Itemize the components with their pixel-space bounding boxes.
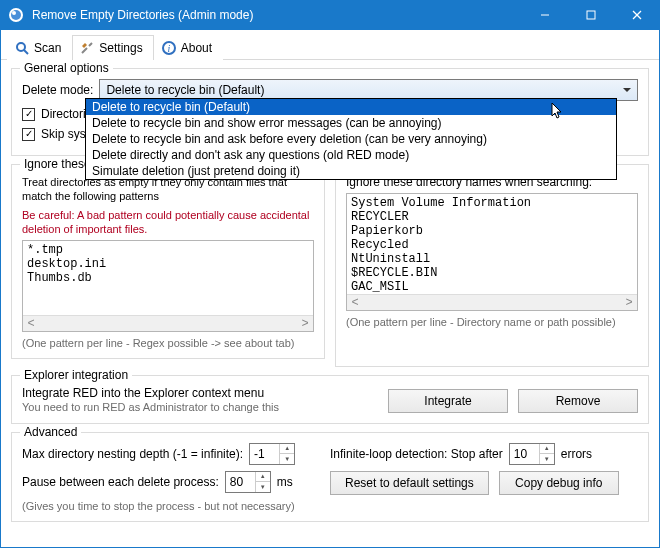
pause-spinner[interactable]: 80▲▼ xyxy=(225,471,271,493)
spin-up-icon[interactable]: ▲ xyxy=(279,444,294,454)
copy-debug-button[interactable]: Copy debug info xyxy=(499,471,619,495)
loop-unit: errors xyxy=(561,447,592,461)
scrollbar[interactable]: < > xyxy=(347,294,637,310)
group-ignore-files: Ignore these files Treat directories as … xyxy=(11,164,325,359)
ignore-files-warn: Be careful: A bad pattern could potentia… xyxy=(22,208,314,237)
depth-label: Max directory nesting depth (-1 = infini… xyxy=(22,447,243,461)
delete-mode-option[interactable]: Delete to recycle bin (Default) xyxy=(86,99,616,115)
tab-settings[interactable]: Settings xyxy=(72,35,153,60)
group-advanced: Advanced Max directory nesting depth (-1… xyxy=(11,432,649,522)
delete-mode-value: Delete to recycle bin (Default) xyxy=(106,83,264,97)
svg-point-7 xyxy=(17,43,25,51)
svg-rect-4 xyxy=(587,11,595,19)
svg-point-1 xyxy=(11,10,21,20)
group-advanced-legend: Advanced xyxy=(20,425,81,439)
ignore-files-footer: (One pattern per line - Regex possible -… xyxy=(22,336,314,350)
info-icon: i xyxy=(161,40,177,56)
app-icon xyxy=(8,7,24,23)
depth-spinner[interactable]: -1▲▼ xyxy=(249,443,295,465)
integrate-button[interactable]: Integrate xyxy=(388,389,508,413)
scroll-right-icon[interactable]: > xyxy=(621,295,637,311)
tab-scan-label: Scan xyxy=(34,41,61,55)
skip-system-checkbox[interactable] xyxy=(22,128,35,141)
spin-up-icon[interactable]: ▲ xyxy=(255,472,270,482)
window-title: Remove Empty Directories (Admin mode) xyxy=(32,8,522,22)
ignore-files-list[interactable]: *.tmp desktop.ini Thumbs.db < > xyxy=(22,240,314,332)
tab-scan[interactable]: Scan xyxy=(7,35,72,60)
delete-mode-label: Delete mode: xyxy=(22,83,93,97)
explorer-line2: You need to run RED as Administrator to … xyxy=(22,400,388,414)
delete-mode-option[interactable]: Delete directly and don't ask any questi… xyxy=(86,147,616,163)
spin-down-icon[interactable]: ▼ xyxy=(539,454,554,464)
scroll-right-icon[interactable]: > xyxy=(297,316,313,332)
reset-button[interactable]: Reset to default settings xyxy=(330,471,489,495)
titlebar: Remove Empty Directories (Admin mode) xyxy=(0,0,660,30)
skip-dirs-footer: (One pattern per line - Directory name o… xyxy=(346,315,638,329)
group-explorer-legend: Explorer integration xyxy=(20,368,132,382)
delete-mode-option[interactable]: Delete to recycle bin and show error mes… xyxy=(86,115,616,131)
svg-line-8 xyxy=(24,50,28,54)
skip-dirs-list[interactable]: System Volume Information RECYCLER Papie… xyxy=(346,193,638,311)
spin-up-icon[interactable]: ▲ xyxy=(539,444,554,454)
delete-mode-option[interactable]: Delete to recycle bin and ask before eve… xyxy=(86,131,616,147)
delete-mode-dropdown[interactable]: Delete to recycle bin (Default)Delete to… xyxy=(85,98,617,180)
group-explorer: Explorer integration Integrate RED into … xyxy=(11,375,649,423)
spin-down-icon[interactable]: ▼ xyxy=(279,454,294,464)
remove-button[interactable]: Remove xyxy=(518,389,638,413)
loop-label: Infinite-loop detection: Stop after xyxy=(330,447,503,461)
svg-point-2 xyxy=(12,11,16,15)
loop-spinner[interactable]: 10▲▼ xyxy=(509,443,555,465)
scroll-left-icon[interactable]: < xyxy=(23,316,39,332)
tabstrip: Scan Settings i About xyxy=(1,30,659,60)
svg-text:i: i xyxy=(167,43,170,54)
maximize-button[interactable] xyxy=(568,0,614,30)
pause-label: Pause between each delete process: xyxy=(22,475,219,489)
scroll-left-icon[interactable]: < xyxy=(347,295,363,311)
tab-settings-label: Settings xyxy=(99,41,142,55)
spin-down-icon[interactable]: ▼ xyxy=(255,482,270,492)
group-general-legend: General options xyxy=(20,61,113,75)
pause-unit: ms xyxy=(277,475,293,489)
group-skip-dirs: Skip these directories Ignore these dire… xyxy=(335,164,649,367)
directories-checkbox[interactable] xyxy=(22,108,35,121)
close-button[interactable] xyxy=(614,0,660,30)
scrollbar[interactable]: < > xyxy=(23,315,313,331)
minimize-button[interactable] xyxy=(522,0,568,30)
tab-about[interactable]: i About xyxy=(154,35,223,60)
cursor-icon xyxy=(551,102,567,118)
search-icon xyxy=(14,40,30,56)
explorer-line1: Integrate RED into the Explorer context … xyxy=(22,386,388,400)
advanced-note: (Gives you time to stop the process - bu… xyxy=(22,499,330,513)
tools-icon xyxy=(79,40,95,56)
tab-about-label: About xyxy=(181,41,212,55)
delete-mode-option[interactable]: Simulate deletion (just pretend doing it… xyxy=(86,163,616,179)
